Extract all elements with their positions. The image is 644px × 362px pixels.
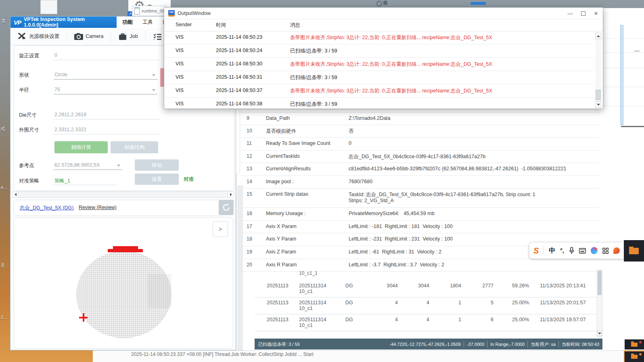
scrollbar-thumb[interactable] [596,90,601,100]
desktop-mini-icon[interactable] [383,1,387,5]
parameter-row[interactable]: 16Memory Useage :PrivateMemorySize64: 45… [240,207,600,220]
create-structure-button[interactable]: 创建结构 [111,141,158,153]
toolbar-job-button[interactable]: Job [111,30,145,42]
desktop-icon-label[interactable]: 天 [0,262,5,268]
output-window-titlebar[interactable]: vis OutputWindow — ✕ [164,8,603,19]
desktop-icon-label[interactable]: 式 [0,126,5,132]
param-value: LeftLimit : -61 RightLimit : 31 Velocity… [349,249,441,255]
parameter-row[interactable]: 11Ready To Save Image Count0 [240,137,600,150]
move-button[interactable]: 移动 [135,159,179,171]
parameter-row[interactable]: 14Image pool :7680/7680 [240,176,600,188]
toolbar-light-module-button[interactable]: 光源模块设置 [10,30,67,42]
maximize-button[interactable] [579,10,587,17]
parameter-row[interactable]: 10是否模拟硬件否 [240,125,600,137]
ref-point-select[interactable]: 62.5726,86.9902;5X [54,162,100,168]
parameter-row[interactable]: 17Axis X ParamLeftLimit : -181 RightLimi… [240,220,600,233]
scroll-right-button[interactable] [228,192,234,197]
output-scrollbar[interactable] [595,33,601,108]
result-cell-c7: 2777 [461,283,493,289]
vertical-scrollbar-strip[interactable] [238,186,243,350]
chevron-down-icon[interactable] [152,74,155,76]
desktop-icon-label[interactable]: 文 [1,18,6,24]
strategy-value[interactable]: 策略_1 [54,178,70,184]
result-row[interactable]: 202511131410_c120251113DG441625.00%11/13… [255,314,600,331]
desktop-document-icon[interactable] [40,0,57,14]
parameter-row[interactable]: 9Data_PathZ:\Tornado4.2Data [240,112,600,125]
rotation-input[interactable]: 0 [54,52,57,58]
radius-select[interactable]: 75 [54,87,60,92]
horizontal-scrollbar[interactable] [12,191,234,198]
result-cell-c1: 20251113 [267,300,289,306]
desktop-icon-label[interactable]: e... [1,185,7,190]
tab-review[interactable]: Review (Review) [79,205,117,210]
result-row[interactable]: 202511131410_c120251113DG441525.00%11/13… [255,297,600,314]
parameter-row[interactable]: 13CurrentAlignResultsc81edf8d-4123-4ee6-… [240,163,600,176]
output-log-row[interactable]: VIS2025-11-14 08:50:38已扫描/总条带: 3 / 59 [164,98,594,111]
chevron-down-icon[interactable] [117,165,120,167]
outer-size-input[interactable]: 2.3311,2.3322 [54,127,86,132]
refine-calc-button[interactable]: 精细计算 [54,141,108,153]
punctuation-icon[interactable]: °, [560,247,564,254]
notepad-icon [134,7,140,15]
output-log-row[interactable]: VIS2025-11-14 08:50:23条带图片未收齐,StripNo: 3… [164,31,594,44]
align-link[interactable]: 对准 [184,176,194,183]
scroll-down-button[interactable] [597,331,602,336]
scrollbar-thumb[interactable] [598,271,602,295]
minimize-button[interactable]: — [567,10,574,17]
sogou-logo-icon[interactable]: S [533,246,539,255]
die-size-input[interactable]: 2.2611,2.2619 [54,112,86,117]
minimize-icon[interactable]: — [634,48,640,54]
parameter-row[interactable]: 20Axis R ParamLeftLimit : -3.7 RightLimi… [240,259,600,271]
param-name: Ready To Save Image Count [266,140,330,146]
scroll-down-button[interactable] [595,101,601,108]
result-cell-c5: 4 [397,300,429,306]
toolbox-grid-icon[interactable] [602,247,608,254]
param-name: Current Strip datas [266,191,308,197]
param-value: TaskId: 志合_DG_Test_5X_0b4c9cce-03f9-4c17… [349,191,535,198]
ime-skin-icon[interactable] [591,247,597,254]
tab-recipe[interactable]: 志合_DG_Test_5X (DG) [20,205,73,211]
scroll-left-button[interactable] [13,192,19,197]
title-bar[interactable]: VP VPTek Inspection System 1.0.0.0[Admin… [10,17,117,28]
result-cell-c4: 4 [366,317,398,322]
ref-point-label: 参考点 [19,162,34,169]
parameter-row[interactable]: 12CurrentTaskIds志合_DG_Test_5X_0b4c9cce-0… [240,150,600,163]
microphone-icon[interactable] [569,247,575,255]
log-sender: VIS [176,74,184,80]
refresh-button[interactable] [219,200,234,215]
taskbar-dark-tile[interactable] [625,339,644,349]
keyboard-icon[interactable] [579,248,586,254]
underline [54,119,159,119]
set-button[interactable]: 设置 [135,174,179,185]
output-table-header: Sender 时间 消息 [164,19,603,31]
menu-tools[interactable]: 工具 [142,19,153,26]
log-time: 2025-11-14 08:50:31 [216,74,262,80]
taskbar-dark-tile[interactable] [624,240,644,262]
scroll-up-button[interactable] [595,33,601,39]
divider [464,341,464,347]
result-row[interactable]: 202511131410_c120251113DG304430441804277… [255,280,600,297]
desktop-mini-icon[interactable] [376,1,382,6]
results-scrollbar[interactable] [597,270,602,337]
desktop-icon-label[interactable]: 2... [1,315,7,320]
output-log-row[interactable]: VIS2025-11-14 08:50:37条带图片未收齐,StripNo: 3… [164,84,594,98]
arrow-up-icon [597,35,600,37]
close-button[interactable]: ✕ [592,10,600,17]
ime-toolbar: S 中 °, [529,243,624,259]
ime-extra-icon[interactable] [613,247,620,254]
refresh-icon [222,203,231,212]
output-log-row[interactable]: VIS2025-11-14 08:50:31已扫描/总条带: 3 / 59 [164,71,594,84]
menu-function[interactable]: 功能 [122,19,133,26]
folder-icon [629,248,639,254]
taskbar-dark-tile[interactable] [625,352,644,362]
toolbar-camera-button[interactable]: Camera [67,30,111,42]
chevron-down-icon[interactable] [152,89,155,91]
output-log-row[interactable]: VIS2025-11-14 08:50:30条带图片未收齐,StripNo: 3… [164,58,594,71]
ime-mode-chinese[interactable]: 中 [549,247,555,255]
expand-panel-button[interactable]: > [213,222,228,237]
result-lot-id: 202511131410_c1 [299,317,326,328]
shape-select[interactable]: Circle [54,72,67,77]
parameter-row[interactable]: 15Current Strip datasTaskId: 志合_DG_Test_… [240,188,600,207]
output-log-row[interactable]: VIS2025-11-14 08:50:24已扫描/总条带: 3 / 59 [164,44,594,58]
runtime-notepad-tab[interactable]: runtime_08 [132,6,167,16]
